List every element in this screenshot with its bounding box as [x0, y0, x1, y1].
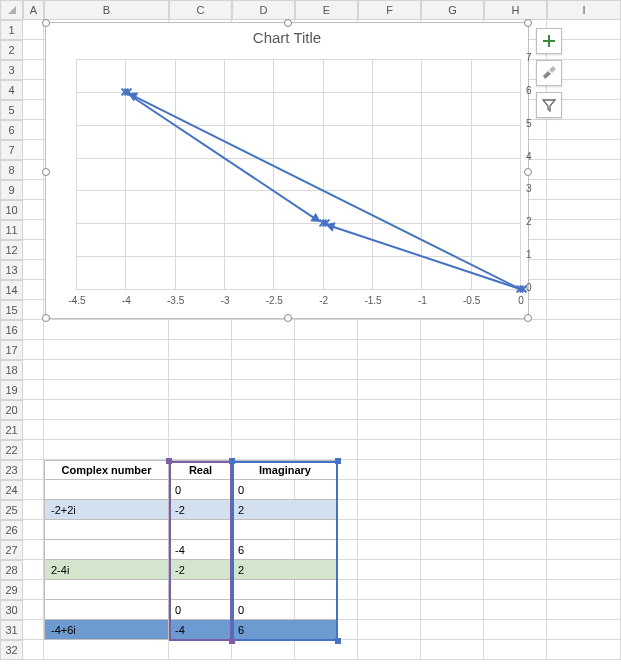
table-cell-imag[interactable]: [232, 520, 338, 540]
row-header[interactable]: 27: [0, 540, 23, 560]
cell[interactable]: [484, 400, 547, 420]
table-header[interactable]: Imaginary: [232, 460, 338, 480]
row-header[interactable]: 12: [0, 240, 23, 260]
cell[interactable]: [232, 420, 295, 440]
cell[interactable]: [421, 480, 484, 500]
cell[interactable]: [23, 360, 44, 380]
row-header[interactable]: 4: [0, 80, 23, 100]
resize-handle[interactable]: [284, 314, 292, 322]
table-cell-real[interactable]: 0: [169, 480, 232, 500]
cell[interactable]: [23, 240, 44, 260]
cell[interactable]: [421, 380, 484, 400]
cell[interactable]: [232, 400, 295, 420]
cell[interactable]: [44, 320, 169, 340]
cell[interactable]: [421, 640, 484, 660]
cell[interactable]: [484, 420, 547, 440]
cell[interactable]: [23, 280, 44, 300]
resize-handle[interactable]: [284, 19, 292, 27]
table-header[interactable]: Real: [169, 460, 232, 480]
column-header[interactable]: G: [421, 0, 484, 20]
row-header[interactable]: 25: [0, 500, 23, 520]
cell[interactable]: [23, 180, 44, 200]
row-header[interactable]: 18: [0, 360, 23, 380]
cell[interactable]: [547, 480, 621, 500]
row-header[interactable]: 16: [0, 320, 23, 340]
cell[interactable]: [358, 460, 421, 480]
cell[interactable]: [547, 200, 621, 220]
row-header[interactable]: 20: [0, 400, 23, 420]
chart-elements-button[interactable]: [536, 28, 562, 54]
row-header[interactable]: 13: [0, 260, 23, 280]
cell[interactable]: [421, 620, 484, 640]
resize-handle[interactable]: [524, 168, 532, 176]
cell[interactable]: [23, 140, 44, 160]
chart-styles-button[interactable]: [536, 60, 562, 86]
cell[interactable]: [232, 360, 295, 380]
cell[interactable]: [484, 380, 547, 400]
cell[interactable]: [421, 400, 484, 420]
cell[interactable]: [358, 560, 421, 580]
table-cell-complex[interactable]: [44, 540, 169, 560]
cell[interactable]: [547, 360, 621, 380]
cell[interactable]: [484, 560, 547, 580]
cell[interactable]: [295, 340, 358, 360]
cell[interactable]: [295, 320, 358, 340]
table-cell-real[interactable]: -2: [169, 560, 232, 580]
table-cell-complex[interactable]: [44, 520, 169, 540]
table-cell-imag[interactable]: 6: [232, 540, 338, 560]
cell[interactable]: [169, 340, 232, 360]
cell[interactable]: [358, 420, 421, 440]
cell[interactable]: [421, 580, 484, 600]
cell[interactable]: [23, 500, 44, 520]
cell[interactable]: [484, 520, 547, 540]
resize-handle[interactable]: [42, 314, 50, 322]
table-cell-real[interactable]: [169, 520, 232, 540]
cell[interactable]: [232, 340, 295, 360]
cell[interactable]: [484, 600, 547, 620]
cell[interactable]: [44, 360, 169, 380]
cell[interactable]: [547, 160, 621, 180]
cell[interactable]: [232, 380, 295, 400]
table-cell-real[interactable]: -4: [169, 540, 232, 560]
table-cell-imag[interactable]: 2: [232, 500, 338, 520]
chart-marker[interactable]: [518, 284, 528, 294]
chart-marker[interactable]: [321, 218, 331, 228]
cell[interactable]: [421, 440, 484, 460]
cell[interactable]: [358, 340, 421, 360]
cell[interactable]: [23, 420, 44, 440]
cell[interactable]: [23, 460, 44, 480]
row-header[interactable]: 6: [0, 120, 23, 140]
cell[interactable]: [421, 420, 484, 440]
plot-area[interactable]: -4.5-4-3.5-3-2.5-2-1.5-1-0.5001234567: [76, 59, 520, 289]
cell[interactable]: [484, 640, 547, 660]
cell[interactable]: [484, 340, 547, 360]
row-header[interactable]: 30: [0, 600, 23, 620]
row-header[interactable]: 17: [0, 340, 23, 360]
row-header[interactable]: 28: [0, 560, 23, 580]
column-header[interactable]: C: [169, 0, 232, 20]
cell[interactable]: [358, 500, 421, 520]
cell[interactable]: [484, 500, 547, 520]
cell[interactable]: [23, 160, 44, 180]
cell[interactable]: [23, 400, 44, 420]
row-header[interactable]: 14: [0, 280, 23, 300]
table-cell-complex[interactable]: [44, 600, 169, 620]
cell[interactable]: [23, 320, 44, 340]
cell[interactable]: [547, 380, 621, 400]
table-header[interactable]: Complex number: [44, 460, 169, 480]
cell[interactable]: [421, 340, 484, 360]
cell[interactable]: [23, 220, 44, 240]
cell[interactable]: [421, 560, 484, 580]
cell[interactable]: [23, 480, 44, 500]
cell[interactable]: [421, 600, 484, 620]
column-header[interactable]: F: [358, 0, 421, 20]
cell[interactable]: [358, 620, 421, 640]
cell[interactable]: [421, 520, 484, 540]
cell[interactable]: [421, 540, 484, 560]
cell[interactable]: [547, 240, 621, 260]
table-cell-real[interactable]: [169, 580, 232, 600]
cell[interactable]: [169, 440, 232, 460]
cell[interactable]: [547, 500, 621, 520]
cell[interactable]: [23, 540, 44, 560]
cell[interactable]: [484, 320, 547, 340]
